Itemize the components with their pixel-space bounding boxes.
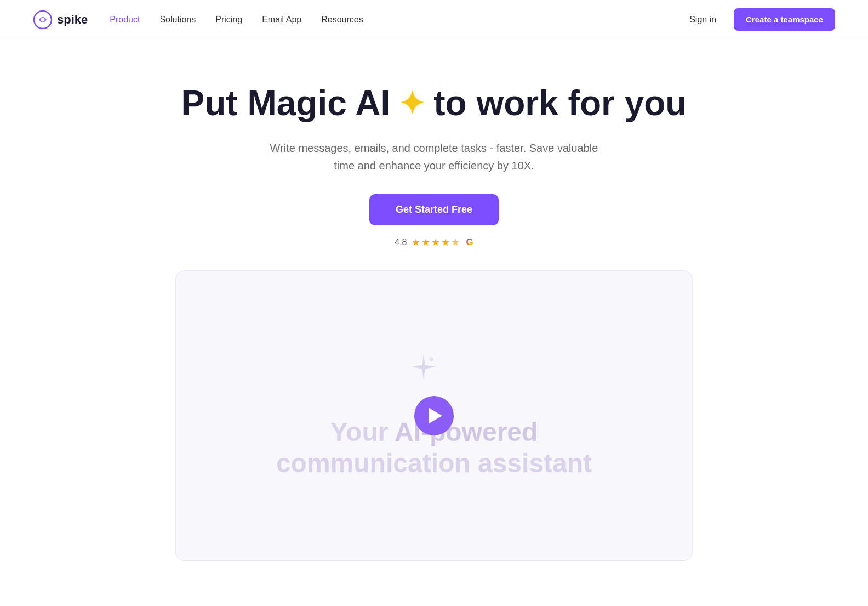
navbar: spike Product Solutions Pricing Email Ap… xyxy=(0,0,868,39)
create-teamspace-button[interactable]: Create a teamspace xyxy=(734,8,835,31)
svg-point-1 xyxy=(41,18,45,21)
navbar-right: Sign in Create a teamspace xyxy=(683,8,835,31)
nav-link-product[interactable]: Product xyxy=(110,15,140,25)
video-card: Your AI-powered communication assistant xyxy=(175,270,693,561)
logo-icon xyxy=(33,10,53,30)
play-button[interactable] xyxy=(414,396,454,435)
star-1: ★ xyxy=(412,236,420,248)
star-4: ★ xyxy=(441,236,450,248)
play-triangle-icon xyxy=(429,408,442,423)
stars: ★ ★ ★ ★ ★ xyxy=(412,236,460,248)
nav-link-email-app[interactable]: Email App xyxy=(262,15,301,25)
navbar-left: spike Product Solutions Pricing Email Ap… xyxy=(33,10,363,30)
get-started-button[interactable]: Get Started Free xyxy=(369,194,499,225)
video-card-inner: Your AI-powered communication assistant xyxy=(176,271,692,560)
sign-in-button[interactable]: Sign in xyxy=(683,10,723,29)
svg-point-2 xyxy=(429,357,433,361)
star-5-half: ★ xyxy=(451,236,460,248)
hero-subtitle: Write messages, emails, and complete tas… xyxy=(264,139,604,174)
star-2: ★ xyxy=(421,236,430,248)
magic-sparkle-icon: ✦ xyxy=(399,86,425,121)
logo-text: spike xyxy=(57,13,88,27)
hero-title-part1: Put Magic AI xyxy=(181,83,391,124)
video-sparkle-icon xyxy=(408,352,439,384)
nav-link-solutions[interactable]: Solutions xyxy=(159,15,196,25)
rating-row: 4.8 ★ ★ ★ ★ ★ G xyxy=(395,236,473,248)
nav-link-resources[interactable]: Resources xyxy=(321,15,363,25)
logo[interactable]: spike xyxy=(33,10,88,30)
hero-title-part2: to work for you xyxy=(433,83,687,124)
google-icon: G xyxy=(466,237,473,248)
nav-link-pricing[interactable]: Pricing xyxy=(215,15,242,25)
rating-value: 4.8 xyxy=(395,237,407,247)
hero-section: Put Magic AI ✦ to work for you Write mes… xyxy=(0,39,868,583)
hero-title: Put Magic AI ✦ to work for you xyxy=(181,83,687,124)
video-bg-text-line2: communication assistant xyxy=(176,448,692,479)
nav-links: Product Solutions Pricing Email App Reso… xyxy=(110,15,363,25)
star-3: ★ xyxy=(431,236,440,248)
